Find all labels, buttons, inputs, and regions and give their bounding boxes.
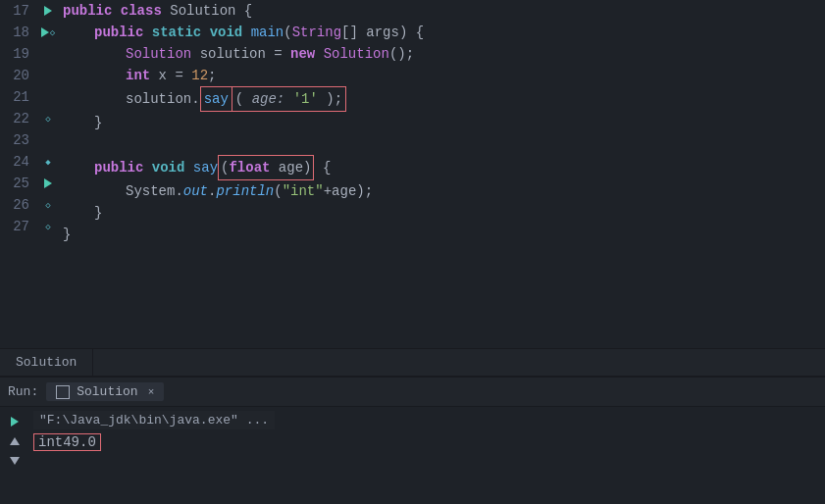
run-tab-label: Solution xyxy=(77,384,137,399)
file-tab-label: Solution xyxy=(16,355,77,370)
run-result: int49.0 xyxy=(33,433,275,451)
code-line-27: } xyxy=(59,224,825,245)
breakpoint-arrow-18[interactable] xyxy=(41,27,49,37)
run-tab-close-button[interactable]: × xyxy=(148,386,155,398)
run-header: Run: Solution × xyxy=(0,378,825,407)
diamond-empty-27: ◇ xyxy=(45,222,50,232)
run-label: Run: xyxy=(8,384,38,399)
code-line-18: public static void main(String[] args) { xyxy=(59,22,825,43)
diamond-empty-22: ◇ xyxy=(45,114,50,125)
code-line-21: solution.say( age: '1' ); xyxy=(59,86,825,112)
code-line-20: int x = 12; xyxy=(59,65,825,86)
run-down-button[interactable] xyxy=(6,452,24,470)
file-tab-solution[interactable]: Solution xyxy=(0,349,93,377)
file-tabs: Solution xyxy=(0,348,825,376)
editor-area: 17 18 19 20 21 22 23 24 25 26 27 ◇ xyxy=(0,0,825,348)
code-line-22: } xyxy=(59,112,825,133)
run-tab-icon xyxy=(56,385,70,399)
code-line-23 xyxy=(59,133,825,155)
code-container: 17 18 19 20 21 22 23 24 25 26 27 ◇ xyxy=(0,0,825,348)
run-icon-buttons xyxy=(6,413,24,470)
run-up-button[interactable] xyxy=(6,432,24,450)
code-line-24: public void say(float age) { xyxy=(59,155,825,180)
run-tab[interactable]: Solution × xyxy=(46,382,164,401)
diamond-empty-26: ◇ xyxy=(45,200,50,211)
code-line-25: System.out.println("int"+age); xyxy=(59,180,825,202)
run-command-text: "F:\Java_jdk\bin\java.exe" ... xyxy=(33,411,275,429)
code-line-17: public class Solution { xyxy=(59,0,825,22)
run-body: "F:\Java_jdk\bin\java.exe" ... int49.0 xyxy=(0,407,825,474)
run-output: "F:\Java_jdk\bin\java.exe" ... int49.0 xyxy=(33,411,275,451)
gutter: ◇ ◇ ◆ ◇ xyxy=(37,0,59,348)
run-play-button[interactable] xyxy=(6,413,24,430)
run-output-text: int49.0 xyxy=(33,433,101,451)
breakpoint-arrow-17[interactable] xyxy=(44,6,52,16)
diamond-24: ◆ xyxy=(45,157,50,168)
line-numbers: 17 18 19 20 21 22 23 24 25 26 27 xyxy=(0,0,37,348)
code-lines[interactable]: public class Solution { public static vo… xyxy=(59,0,825,348)
diamond-18: ◇ xyxy=(50,27,55,38)
run-panel: Run: Solution × "F:\Java_jdk\bin\java.ex… xyxy=(0,376,825,474)
code-line-26: } xyxy=(59,202,825,224)
breakpoint-arrow-25[interactable] xyxy=(44,178,52,188)
code-line-19: Solution solution = new Solution(); xyxy=(59,43,825,65)
